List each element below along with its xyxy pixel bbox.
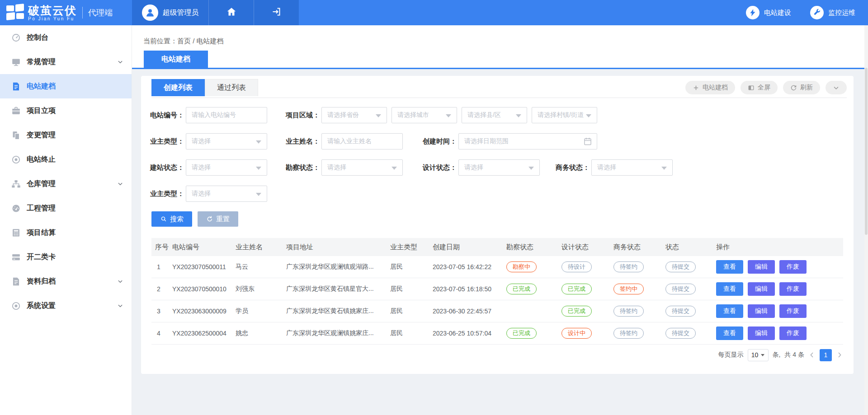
chevron-down-icon	[117, 181, 123, 187]
city-select[interactable]: 请选择城市	[392, 107, 457, 123]
reset-button[interactable]: 重置	[198, 211, 238, 227]
home-button[interactable]	[208, 0, 254, 25]
view-button[interactable]: 查看	[716, 304, 743, 318]
void-button[interactable]: 作废	[779, 260, 807, 274]
add-station-button[interactable]: 电站建档	[685, 81, 735, 94]
more-button[interactable]	[826, 81, 847, 94]
logo-subtitle: Po Jian Yun Fu	[28, 16, 77, 21]
village-select[interactable]: 请选择村镇/街道	[532, 107, 597, 123]
cell-created: 2023-07-05 16:42:22	[429, 263, 503, 270]
cell-survey-status: 已完成	[503, 284, 558, 295]
sidebar-item-label: 电站建档	[27, 82, 56, 91]
status-badge: 已完成	[506, 284, 537, 295]
logo-icon	[6, 4, 24, 21]
filter-label: 勘察状态：	[286, 163, 320, 172]
sidebar-item-label: 仓库管理	[27, 179, 56, 189]
filter-label: 商务状态：	[556, 163, 590, 172]
sidebar-item-console[interactable]: 控制台	[0, 25, 132, 50]
province-select[interactable]: 请选择省份	[321, 107, 387, 123]
sidebar-item-class2-card[interactable]: 开二类卡	[0, 245, 132, 269]
disc-icon	[11, 301, 21, 311]
void-button[interactable]: 作废	[779, 326, 807, 340]
page-scrollbar[interactable]	[864, 25, 868, 415]
edit-button[interactable]: 编辑	[748, 304, 775, 318]
void-button[interactable]: 作废	[779, 304, 807, 318]
refresh-button[interactable]: 刷新	[783, 81, 820, 94]
toolbar: 电站建档 全屏 刷新	[685, 81, 847, 94]
cell-owner: 刘强东	[232, 285, 283, 293]
quick-link-station-construction[interactable]: 电站建设	[746, 6, 791, 19]
select-caret-icon	[256, 140, 261, 144]
per-page-select[interactable]: 10	[748, 349, 769, 361]
user-menu[interactable]: 超级管理员	[132, 0, 208, 25]
status-badge: 签约中	[613, 284, 644, 295]
cell-seq: 4	[151, 330, 169, 337]
next-page-button[interactable]	[836, 351, 843, 359]
filter-field: 商务状态： 请选择	[556, 159, 673, 176]
logo-title: 破茧云伏	[28, 5, 77, 16]
sidebar-item-general-management[interactable]: 常规管理	[0, 50, 132, 74]
sidebar-item-station-filing[interactable]: 电站建档	[0, 74, 132, 98]
sidebar-item-station-termination[interactable]: 电站终止	[0, 147, 132, 172]
sidebar-item-project-settlement[interactable]: 项目结算	[0, 220, 132, 245]
station-no-input[interactable]: 请输入电站编号	[186, 107, 267, 123]
owner-name-input[interactable]: 请输入业主姓名	[321, 133, 403, 149]
sidebar-item-warehouse-management[interactable]: 仓库管理	[0, 172, 132, 196]
chevron-down-icon	[117, 303, 123, 309]
quick-link-monitoring-ops[interactable]: 监控运维	[810, 6, 855, 19]
logout-button[interactable]	[254, 0, 299, 25]
filter-label: 业主姓名：	[286, 137, 320, 146]
build-status-select[interactable]: 请选择	[186, 159, 267, 176]
select-caret-icon	[446, 114, 451, 117]
filter-field: 业主姓名： 请输入业主姓名	[286, 133, 403, 149]
owner-type2-select[interactable]: 请选择	[186, 186, 267, 202]
owner-type-select[interactable]: 请选择	[186, 133, 267, 149]
view-button[interactable]: 查看	[716, 282, 743, 296]
county-select[interactable]: 请选择县/区	[462, 107, 527, 123]
edit-button[interactable]: 编辑	[748, 282, 775, 296]
cell-business-status: 待签约	[610, 306, 662, 317]
filter-field: 业主类型： 请选择	[150, 133, 267, 149]
page-tab-station-filing[interactable]: 电站建档	[144, 51, 208, 68]
table-row: 4YX2023062500004姚忠广东深圳龙华区观澜镇姚家庄...居民2023…	[151, 322, 843, 345]
status-badge: 已完成	[561, 306, 592, 317]
design-status-select[interactable]: 请选择	[458, 159, 540, 176]
search-icon	[160, 215, 167, 223]
cell-created: 2023-07-05 16:18:50	[429, 285, 503, 293]
stations-table: 序号电站编号业主姓名项目地址业主类型创建日期勘察状态设计状态商务状态状态操作1Y…	[151, 238, 843, 345]
void-button[interactable]: 作废	[779, 282, 807, 296]
created-range-input[interactable]: 请选择日期范围	[458, 133, 597, 149]
prev-page-button[interactable]	[808, 351, 816, 359]
cell-seq: 3	[151, 308, 169, 315]
pagination: 每页显示 10 条, 共 4 条 1	[718, 349, 843, 361]
scrollbar-thumb[interactable]	[865, 68, 868, 235]
business-status-select[interactable]: 请选择	[591, 159, 673, 176]
cell-survey-status: 勘察中	[503, 261, 558, 273]
survey-status-select[interactable]: 请选择	[321, 159, 403, 176]
cell-address: 广东深圳龙华区黄石镇姚家庄...	[283, 307, 387, 315]
tab-passed-list[interactable]: 通过列表	[205, 79, 258, 96]
view-button[interactable]: 查看	[716, 260, 743, 274]
row-actions: 查看编辑作废	[712, 326, 843, 340]
tab-create-list[interactable]: 创建列表	[151, 79, 205, 96]
page-1-button[interactable]: 1	[820, 349, 832, 361]
view-button[interactable]: 查看	[716, 326, 743, 340]
edit-button[interactable]: 编辑	[748, 326, 775, 340]
filter-row: 电站编号： 请输入电站编号 项目区域： 请选择省份请选择城市请选择县/区请选择村…	[141, 107, 854, 123]
sidebar-item-change-management[interactable]: 变更管理	[0, 123, 132, 147]
search-button[interactable]: 搜索	[151, 211, 192, 227]
cell-owner: 学员	[232, 307, 283, 315]
edit-button[interactable]: 编辑	[748, 260, 775, 274]
sidebar-item-label: 控制台	[27, 33, 48, 42]
quick-link-label: 电站建设	[764, 9, 791, 17]
sidebar-item-data-archive[interactable]: 资料归档	[0, 269, 132, 294]
sidebar-item-project-initiation[interactable]: 项目立项	[0, 98, 132, 123]
column-header: 项目地址	[283, 243, 387, 252]
fullscreen-button[interactable]: 全屏	[741, 81, 778, 94]
sidebar-item-engineering-management[interactable]: 工程管理	[0, 196, 132, 220]
sidebar-item-system-settings[interactable]: 系统设置	[0, 294, 132, 318]
cell-owner: 马云	[232, 263, 283, 271]
chevron-down-icon	[117, 59, 123, 65]
sidebar-item-label: 常规管理	[27, 57, 56, 67]
document-icon	[11, 82, 21, 91]
